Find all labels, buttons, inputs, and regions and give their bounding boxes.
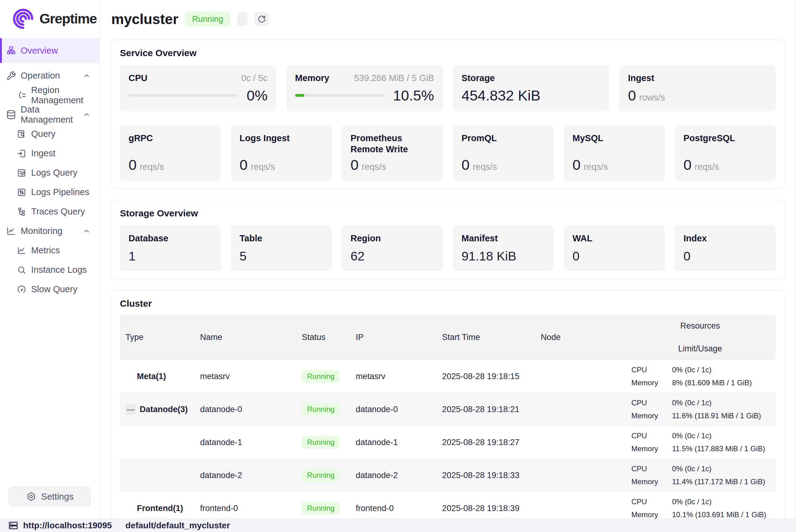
table-row-metasrv[interactable]: Meta(1) metasrv Running metasrv 2025-08-…: [120, 360, 776, 393]
sidebar-item-data-management[interactable]: Data Management: [0, 105, 99, 124]
sidebar-item-ingest[interactable]: Ingest: [0, 144, 99, 163]
resources-cell: CPU 0% (0c / 1c) Memory 11.5% (117.883 M…: [625, 432, 776, 453]
cpu-label: CPU: [631, 432, 672, 440]
sidebar-item-operation[interactable]: Operation: [0, 66, 99, 86]
refresh-button[interactable]: [254, 12, 269, 26]
ip-cell: datanode-1: [350, 438, 437, 447]
table-row-datanode-0[interactable]: — Datanode(3) datanode-0 Running datanod…: [120, 393, 776, 426]
status-bar: http://localhost:19095 default/default_m…: [0, 519, 796, 532]
logo-text: Greptime: [39, 11, 97, 27]
sidebar-item-region-management[interactable]: Region Management: [0, 86, 99, 105]
sidebar-item-query[interactable]: Query: [0, 124, 99, 144]
greptime-logo-icon: [12, 8, 34, 30]
sidebar-item-label: Instance Logs: [31, 265, 87, 275]
settings-button[interactable]: Settings: [8, 487, 91, 507]
memory-label: Memory: [631, 477, 672, 486]
query-icon: [17, 129, 26, 139]
sidebar-item-overview[interactable]: Overview: [0, 38, 99, 63]
cluster-action-button[interactable]: [237, 12, 248, 26]
postgresql-unit: reqs/s: [695, 162, 719, 172]
memory-usage: 11.6% (118.91 MiB / 1 GiB): [672, 412, 776, 420]
traces-query-icon: [17, 207, 26, 217]
section-title: Service Overview: [120, 48, 776, 58]
metrics-icon: [17, 246, 26, 255]
name-cell: frontend-0: [194, 504, 296, 513]
connection-url-group[interactable]: http://localhost:19095: [8, 520, 112, 531]
speedometer-icon: [17, 285, 26, 294]
sidebar-item-logs-pipelines[interactable]: Logs Pipelines: [0, 183, 99, 202]
ip-cell: datanode-0: [350, 405, 437, 414]
memory-usage: 11.4% (117.172 MiB / 1 GiB): [672, 477, 776, 486]
ip-cell: datanode-2: [350, 471, 437, 480]
card-title: CPU: [129, 72, 147, 83]
storage-value: 454.832 KiB: [461, 87, 541, 104]
cpu-usage: 0% (0c / 1c): [672, 432, 776, 440]
sidebar-item-monitoring[interactable]: Monitoring: [0, 221, 99, 241]
server-icon: [8, 520, 19, 531]
sidebar-item-label: Operation: [21, 71, 60, 81]
card-title: MySQL: [572, 133, 656, 144]
ingest-card: Ingest 0 rows/s: [619, 65, 776, 111]
sidebar-item-instance-logs[interactable]: Instance Logs: [0, 260, 99, 280]
start-time-cell: 2025-08-28 19:18:21: [437, 405, 535, 414]
service-metrics-row: CPU 0c / 5c 0% Memory 539.266 MiB / 5 Gi…: [120, 65, 776, 111]
resources-cell: CPU 0% (0c / 1c) Memory 8% (81.609 MiB /…: [625, 365, 776, 387]
chevron-up-icon[interactable]: [83, 72, 91, 80]
manifest-value: 91.18 KiB: [461, 249, 545, 264]
sidebar: Greptime Overview Operation: [0, 0, 99, 519]
logs-ingest-unit: reqs/s: [251, 162, 275, 172]
table-value: 5: [240, 249, 323, 264]
mysql-card: MySQL 0 reqs/s: [564, 125, 665, 180]
database-icon: [6, 110, 16, 119]
status-badge: Running: [185, 12, 230, 27]
sidebar-item-logs-query[interactable]: Logs Query: [0, 163, 99, 183]
storage-card: Storage 454.832 KiB: [453, 65, 609, 111]
server-url: http://localhost:19095: [23, 520, 112, 530]
resources-cell: CPU 0% (0c / 1c) Memory 11.6% (118.91 Mi…: [625, 399, 776, 420]
type-cell: Meta(1): [120, 372, 194, 381]
type-label: Datanode(3): [140, 405, 188, 414]
main-content: mycluster Running Service Overview CPU 0…: [100, 0, 796, 519]
database-card: Database 1: [120, 225, 221, 271]
chevron-up-icon[interactable]: [83, 111, 91, 119]
column-header-type: Type: [120, 332, 194, 342]
card-title: WAL: [572, 233, 656, 244]
resources-header: Resources: [625, 321, 776, 331]
card-title: PostgreSQL: [683, 133, 767, 144]
cluster-table-header: Type Name Status IP Start Time Node Reso…: [120, 315, 776, 360]
refresh-icon: [257, 15, 266, 24]
table-card: Table 5: [231, 225, 332, 271]
sidebar-nav: Overview Operation Region Management: [0, 38, 99, 487]
sidebar-item-label: Overview: [21, 45, 58, 56]
chevron-up-icon[interactable]: [83, 227, 91, 235]
memory-progress-fill: [295, 94, 304, 97]
status-badge: Running: [302, 370, 340, 383]
index-card: Index 0: [675, 225, 776, 271]
memory-card: Memory 539.266 MiB / 5 GiB 10.5%: [286, 65, 443, 111]
table-row-datanode-1[interactable]: datanode-1 Running datanode-1 2025-08-28…: [120, 426, 776, 459]
database-value: 1: [129, 249, 212, 264]
sidebar-item-slow-query[interactable]: Slow Query: [0, 280, 99, 299]
wrench-icon: [6, 71, 16, 81]
wal-card: WAL 0: [564, 225, 665, 271]
search-icon: [17, 265, 26, 275]
start-time-cell: 2025-08-28 19:18:27: [437, 438, 535, 447]
table-row-datanode-2[interactable]: datanode-2 Running datanode-2 2025-08-28…: [120, 459, 776, 492]
memory-usage: 8% (81.609 MiB / 1 GiB): [672, 379, 776, 387]
memory-label: Memory: [631, 379, 672, 387]
sidebar-item-label: Slow Query: [31, 284, 77, 294]
logs-query-icon: [17, 168, 26, 178]
name-cell: datanode-1: [194, 438, 296, 447]
collapse-datanode-button[interactable]: —: [126, 404, 136, 415]
prometheus-remote-write-card: Prometheus Remote Write 0 reqs/s: [342, 125, 443, 180]
sidebar-item-metrics[interactable]: Metrics: [0, 241, 99, 260]
ingest-icon: [17, 149, 26, 158]
card-title: PromQL: [461, 133, 545, 144]
memory-usage: 11.5% (117.883 MiB / 1 GiB): [672, 444, 776, 453]
prometheus-unit: reqs/s: [362, 162, 386, 172]
table-row-frontend-0[interactable]: Frontend(1) frontend-0 Running frontend-…: [120, 492, 776, 519]
logs-ingest-value: 0: [240, 156, 248, 173]
database-context[interactable]: default/default_mycluster: [126, 520, 230, 530]
column-header-resources: Resources Limit/Usage: [625, 315, 776, 360]
sidebar-item-traces-query[interactable]: Traces Query: [0, 202, 99, 221]
